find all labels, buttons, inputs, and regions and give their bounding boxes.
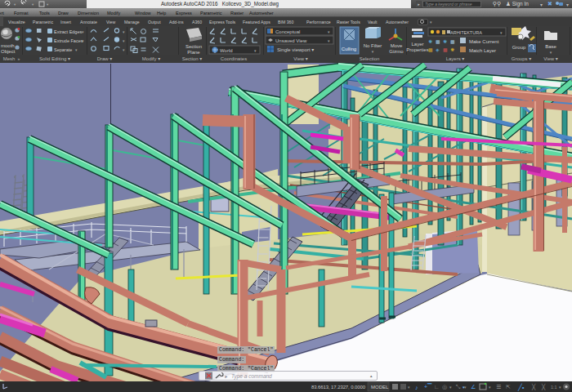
svg-text:Object: Object <box>1 49 16 54</box>
svg-text:▾: ▾ <box>75 47 78 52</box>
svg-text:▾: ▾ <box>82 38 84 43</box>
svg-text:▾: ▾ <box>449 385 452 390</box>
svg-text:Unsaved View: Unsaved View <box>275 38 307 43</box>
svg-text:▾: ▾ <box>14 2 16 7</box>
svg-text:Selection: Selection <box>360 56 380 61</box>
svg-text:∟: ∟ <box>434 384 440 390</box>
svg-text:Layer: Layer <box>411 42 423 47</box>
svg-text:Group: Group <box>512 45 526 50</box>
svg-text:Draw ▾: Draw ▾ <box>97 56 113 61</box>
svg-text:Properties: Properties <box>406 47 428 52</box>
svg-text:Gizmo: Gizmo <box>389 49 404 54</box>
svg-text:✺: ✺ <box>450 47 454 52</box>
svg-text:▩: ▩ <box>436 39 440 44</box>
svg-text:Type a command: Type a command <box>231 373 272 380</box>
svg-text:▩: ▩ <box>428 47 433 52</box>
svg-text:Separate: Separate <box>54 47 72 52</box>
svg-text:◎: ◎ <box>442 384 447 390</box>
svg-text:World: World <box>220 48 233 53</box>
svg-text:mooth: mooth <box>1 43 15 48</box>
svg-text:▩: ▩ <box>443 47 448 52</box>
svg-text:Groups ▾: Groups ▾ <box>512 56 531 61</box>
svg-text:▾: ▾ <box>82 29 84 34</box>
svg-text:▾: ▾ <box>408 385 410 390</box>
svg-text:Plane: Plane <box>187 50 200 55</box>
svg-text:▾: ▾ <box>559 385 561 390</box>
svg-text:▸: ▸ <box>225 374 228 379</box>
svg-text:Section: Section <box>185 44 202 49</box>
svg-text:▲: ▲ <box>369 374 373 378</box>
svg-text:◈: ◈ <box>436 47 440 52</box>
svg-text:MODEL: MODEL <box>371 385 389 390</box>
svg-text:╳: ╳ <box>541 383 546 390</box>
svg-text:Culling: Culling <box>342 47 356 51</box>
svg-text:Solid Editing ▾: Solid Editing ▾ <box>39 56 70 61</box>
svg-text:▩: ▩ <box>450 39 455 44</box>
svg-text:Section ▾: Section ▾ <box>182 56 203 61</box>
svg-text:Conceptual: Conceptual <box>275 29 300 34</box>
svg-text:▾: ▾ <box>123 38 125 43</box>
svg-text:╱•: ╱• <box>517 383 525 391</box>
svg-text:╳: ╳ <box>531 383 536 390</box>
svg-text:▾: ▾ <box>489 385 491 390</box>
svg-text:▾: ▾ <box>47 2 49 7</box>
svg-text:▾: ▾ <box>372 49 374 54</box>
svg-text:▾: ▾ <box>464 385 467 390</box>
svg-text:☰: ☰ <box>496 384 501 390</box>
svg-text:View ▾: View ▾ <box>293 56 308 61</box>
svg-text:▾: ▾ <box>123 29 125 34</box>
svg-text:⤡: ⤡ <box>456 384 461 390</box>
svg-text:»: » <box>18 56 20 61</box>
svg-text:▾: ▾ <box>550 50 552 55</box>
svg-text:⇱: ⇱ <box>506 384 511 390</box>
svg-text:83.6613, 17.2327, 0.0000: 83.6613, 17.2327, 0.0000 <box>311 385 366 390</box>
svg-text:Match Layer: Match Layer <box>469 48 496 53</box>
svg-text:Base: Base <box>545 44 556 49</box>
svg-text:Single viewport ▾: Single viewport ▾ <box>277 47 314 52</box>
svg-text:∠: ∠ <box>471 384 476 390</box>
svg-text:Extrude Faces: Extrude Faces <box>54 38 83 43</box>
svg-text:✺: ✺ <box>428 39 432 44</box>
svg-text:ARHITEKTURA: ARHITEKTURA <box>450 30 482 35</box>
svg-text:View ▾: View ▾ <box>543 56 558 61</box>
svg-text:1:1: 1:1 <box>551 385 557 390</box>
svg-text:Mesh: Mesh <box>3 56 16 61</box>
svg-text:Extract Edges: Extract Edges <box>54 29 82 34</box>
svg-text:Make Current: Make Current <box>469 39 499 44</box>
svg-text:Coordinates: Coordinates <box>221 56 247 61</box>
svg-text:✺: ✺ <box>443 39 447 44</box>
svg-text:+▔: +▔ <box>424 383 432 390</box>
svg-text:Layers ▾: Layers ▾ <box>446 56 465 61</box>
svg-text:Move: Move <box>391 43 403 48</box>
svg-text:No Filter: No Filter <box>364 43 382 48</box>
svg-text:▾: ▾ <box>32 2 34 7</box>
svg-text:♪: ♪ <box>415 385 418 390</box>
svg-text:Modify ▾: Modify ▾ <box>142 56 160 61</box>
svg-text:▾: ▾ <box>123 47 125 52</box>
